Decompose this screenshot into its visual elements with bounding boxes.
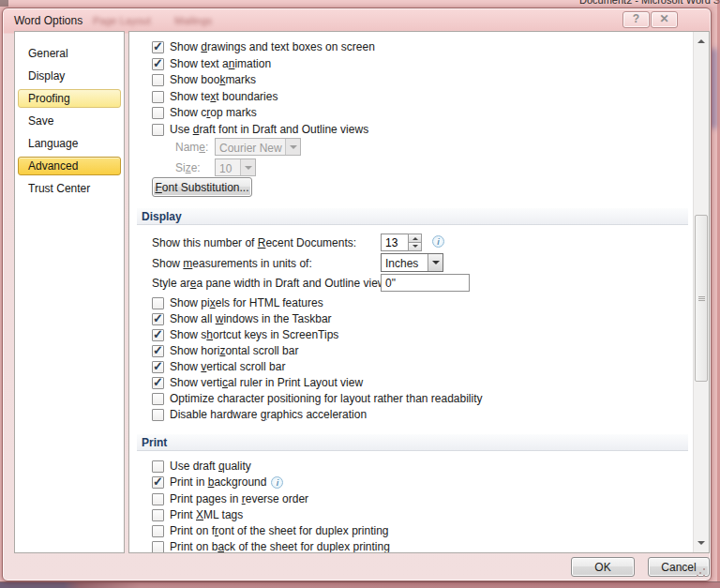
ghost-ribbon-tab: Page Layout bbox=[93, 15, 151, 26]
checkbox[interactable] bbox=[152, 107, 164, 119]
sidebar: General Display Proofing Save Language A… bbox=[14, 31, 125, 553]
checkbox-label: Optimize character positioning for layou… bbox=[170, 392, 483, 405]
font-name-label: Name: bbox=[175, 141, 208, 154]
chevron-down-icon bbox=[285, 139, 300, 155]
scroll-down-icon[interactable] bbox=[694, 535, 709, 551]
advanced-options-pane: Show drawings and text boxes on screen S… bbox=[128, 31, 710, 553]
sidebar-item-proofing[interactable]: Proofing bbox=[18, 89, 121, 108]
info-icon bbox=[432, 235, 444, 248]
checkbox[interactable] bbox=[152, 476, 164, 489]
checkbox-label: Show vertical ruler in Print Layout view bbox=[170, 376, 363, 389]
ok-button[interactable]: OK bbox=[571, 557, 635, 577]
style-area-width-label: Style area pane width in Draft and Outli… bbox=[152, 277, 395, 290]
chevron-down-icon[interactable] bbox=[428, 254, 442, 271]
check-row-draft-quality[interactable]: Use draft quality bbox=[152, 459, 251, 474]
recent-documents-value[interactable]: 13 bbox=[381, 234, 408, 251]
checkbox[interactable] bbox=[152, 509, 164, 521]
checkbox-label: Print on front of the sheet for duplex p… bbox=[170, 524, 388, 537]
checkbox[interactable] bbox=[152, 361, 164, 373]
recent-documents-spinner[interactable]: 13 bbox=[381, 234, 422, 251]
check-row-duplex-front[interactable]: Print on front of the sheet for duplex p… bbox=[152, 523, 388, 538]
check-row-text-boundaries[interactable]: Show text boundaries bbox=[152, 89, 278, 104]
section-header-display: Display bbox=[137, 208, 688, 225]
checkbox-label: Show horizontal scroll bar bbox=[170, 344, 298, 357]
spin-down-icon[interactable] bbox=[408, 243, 422, 251]
check-row-optimize-positioning[interactable]: Optimize character positioning for layou… bbox=[152, 391, 483, 406]
checkbox-label: Show drawings and text boxes on screen bbox=[170, 40, 375, 53]
scroll-up-icon[interactable] bbox=[694, 33, 709, 49]
checkbox-label: Show crop marks bbox=[170, 106, 257, 119]
font-size-value: 10 bbox=[216, 159, 240, 175]
checkbox[interactable] bbox=[152, 377, 164, 389]
checkbox[interactable] bbox=[152, 493, 164, 505]
resize-grip[interactable] bbox=[696, 567, 706, 578]
checkbox-label: Print on back of the sheet for duplex pr… bbox=[170, 540, 390, 553]
checkbox-label: Show text boundaries bbox=[170, 90, 278, 103]
font-name-value: Courier New bbox=[216, 139, 285, 155]
checkbox[interactable] bbox=[152, 393, 164, 405]
sidebar-item-general[interactable]: General bbox=[18, 44, 121, 63]
background-window-icon bbox=[0, 0, 8, 7]
checkbox[interactable] bbox=[152, 525, 164, 537]
content-scrollbar[interactable] bbox=[693, 32, 709, 552]
sidebar-item-save[interactable]: Save bbox=[18, 112, 121, 130]
checkbox[interactable] bbox=[152, 58, 164, 70]
checkbox-label: Show vertical scroll bar bbox=[170, 360, 285, 373]
checkbox-label: Show all windows in the Taskbar bbox=[170, 312, 332, 325]
check-row-vertical-ruler[interactable]: Show vertical ruler in Print Layout view bbox=[152, 375, 363, 390]
checkbox[interactable] bbox=[152, 41, 164, 53]
check-row-xml-tags[interactable]: Print XML tags bbox=[152, 507, 243, 522]
recent-documents-label: Show this number of Recent Documents: bbox=[152, 236, 356, 249]
measurement-units-value: Inches bbox=[382, 254, 428, 271]
scrollbar-thumb[interactable] bbox=[695, 215, 708, 382]
checkbox-label: Use draft font in Draft and Outline view… bbox=[170, 123, 368, 136]
style-area-width-input[interactable]: 0" bbox=[381, 274, 470, 292]
taskbar-strip bbox=[0, 581, 720, 588]
sidebar-item-trust-center[interactable]: Trust Center bbox=[18, 179, 121, 198]
checkbox[interactable] bbox=[152, 460, 164, 473]
screen: Document2 - Microsoft Word Starter Word … bbox=[0, 0, 720, 588]
check-row-show-drawings[interactable]: Show drawings and text boxes on screen bbox=[152, 39, 375, 54]
check-row-bookmarks[interactable]: Show bookmarks bbox=[152, 72, 256, 87]
check-row-text-animation[interactable]: Show text animation bbox=[152, 56, 271, 71]
checkbox-label: Use draft quality bbox=[170, 460, 251, 473]
check-row-draft-font[interactable]: Use draft font in Draft and Outline view… bbox=[152, 122, 368, 137]
word-options-dialog: Word Options Page Layout Mailings ? ✕ Ge… bbox=[2, 8, 712, 581]
check-row-horizontal-scrollbar[interactable]: Show horizontal scroll bar bbox=[152, 343, 298, 358]
check-row-print-background[interactable]: Print in background bbox=[152, 475, 283, 490]
check-row-vertical-scrollbar[interactable]: Show vertical scroll bar bbox=[152, 359, 285, 374]
spin-up-icon[interactable] bbox=[408, 234, 422, 243]
checkbox[interactable] bbox=[152, 345, 164, 357]
help-icon[interactable]: ? bbox=[622, 11, 650, 28]
checkbox-label: Print in background bbox=[170, 475, 266, 489]
checkbox[interactable] bbox=[152, 91, 164, 103]
check-row-reverse-order[interactable]: Print pages in reverse order bbox=[152, 491, 308, 506]
check-row-shortcut-keys[interactable]: Show shortcut keys in ScreenTips bbox=[152, 327, 338, 342]
checkbox[interactable] bbox=[152, 541, 164, 553]
checkbox[interactable] bbox=[152, 329, 164, 341]
checkbox-label: Show shortcut keys in ScreenTips bbox=[170, 328, 338, 341]
font-substitution-button[interactable]: Font Substitution... bbox=[152, 177, 252, 197]
dialog-title: Word Options bbox=[14, 14, 82, 27]
close-icon[interactable]: ✕ bbox=[651, 11, 678, 28]
sidebar-item-display[interactable]: Display bbox=[18, 67, 121, 85]
checkbox[interactable] bbox=[152, 409, 164, 421]
check-row-disable-hardware-accel[interactable]: Disable hardware graphics acceleration bbox=[152, 407, 367, 422]
check-row-duplex-back[interactable]: Print on back of the sheet for duplex pr… bbox=[152, 539, 390, 553]
check-row-crop-marks[interactable]: Show crop marks bbox=[152, 105, 257, 120]
checkbox[interactable] bbox=[152, 124, 164, 136]
checkbox[interactable] bbox=[152, 297, 164, 309]
checkbox-label: Print pages in reverse order bbox=[170, 492, 308, 505]
check-row-pixels-html[interactable]: Show pixels for HTML features bbox=[152, 295, 323, 310]
checkbox-label: Disable hardware graphics acceleration bbox=[170, 408, 367, 421]
checkbox[interactable] bbox=[152, 74, 164, 86]
sidebar-item-advanced[interactable]: Advanced bbox=[18, 157, 121, 175]
checkbox[interactable] bbox=[152, 313, 164, 325]
info-icon bbox=[271, 476, 283, 489]
checkbox-label: Print XML tags bbox=[170, 508, 243, 521]
measurement-units-select[interactable]: Inches bbox=[381, 253, 443, 272]
font-name-select: Courier New bbox=[215, 138, 301, 156]
check-row-windows-taskbar[interactable]: Show all windows in the Taskbar bbox=[152, 311, 332, 326]
sidebar-item-language[interactable]: Language bbox=[18, 134, 121, 153]
font-size-label: Size: bbox=[175, 161, 201, 174]
